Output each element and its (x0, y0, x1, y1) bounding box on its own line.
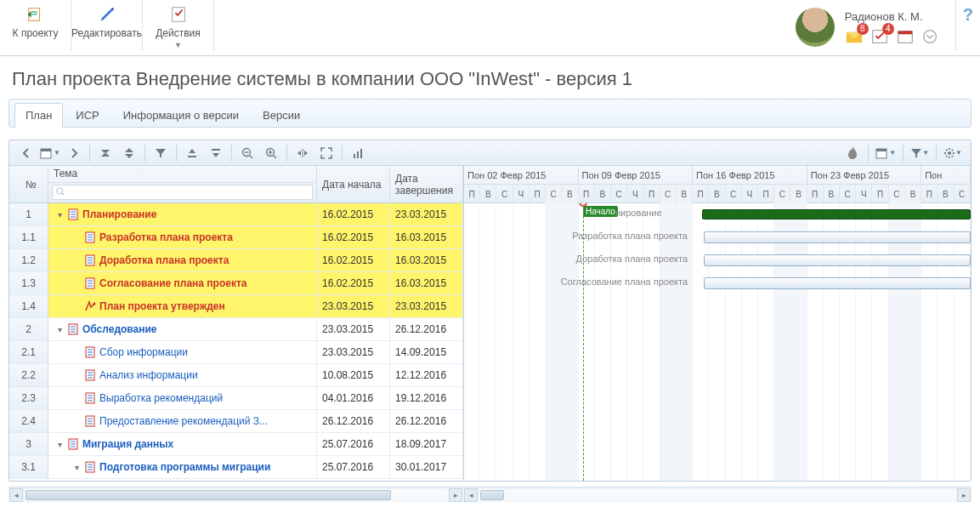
nav-fwd-icon[interactable] (64, 143, 84, 163)
table-row[interactable]: 3.1▾Подготовка программы миграции25.07.2… (9, 456, 463, 479)
col-end[interactable]: Дата завершения (390, 166, 463, 202)
help-button[interactable]: ? (955, 0, 980, 51)
tab-version-info[interactable]: Информация о версии (112, 103, 250, 128)
zoom-in-icon[interactable] (261, 143, 281, 163)
task-name[interactable]: Миграция данных (82, 438, 173, 450)
btn-actions[interactable]: Действия ▼ (143, 0, 214, 51)
svg-line-13 (250, 155, 253, 158)
chevron-down-circle-icon[interactable] (921, 28, 940, 45)
table-row[interactable]: 1.3Согласование плана проекта16.02.20151… (9, 272, 463, 295)
date-picker-icon[interactable]: ▼ (874, 143, 898, 163)
task-bar[interactable] (704, 254, 971, 266)
day-header: В (709, 185, 725, 203)
toggle-icon[interactable]: ▾ (55, 440, 64, 449)
table-row[interactable]: 2▾Обследование23.03.201526.12.2016 (9, 318, 463, 341)
task-name[interactable]: Предоставление рекомендаций З... (99, 415, 268, 427)
svg-rect-2 (31, 14, 37, 14)
day-header: С (546, 185, 562, 203)
gantt-row: Разработка плана проекта (464, 226, 971, 249)
task-name[interactable]: Обследование (82, 323, 157, 335)
search-input[interactable] (52, 185, 313, 200)
task-name[interactable]: План проекта утвержден (99, 300, 225, 312)
end-date: 16.03.2015 (390, 249, 463, 271)
table-row[interactable]: 1.4План проекта утвержден23.03.201523.03… (9, 295, 463, 318)
day-header: С (496, 185, 513, 203)
table-row[interactable]: 1.2Доработка плана проекта16.02.201516.0… (9, 249, 463, 272)
mail-icon[interactable]: 8 (845, 28, 864, 45)
table-row[interactable]: 2.4Предоставление рекомендаций З...26.12… (9, 410, 463, 433)
task-name[interactable]: Разработка плана проекта (99, 231, 233, 243)
task-name[interactable]: Выработка рекомендаций (99, 392, 223, 404)
toggle-icon[interactable]: ▾ (55, 325, 64, 334)
task-name[interactable]: Подготовка программы миграции (99, 461, 270, 473)
table-row[interactable]: 2.2Анализ информации10.08.201512.12.2016 (9, 364, 463, 387)
day-header: В (824, 185, 840, 203)
collapse-icon[interactable] (95, 143, 116, 163)
task-icon (84, 254, 96, 266)
task-icon (84, 277, 96, 289)
col-theme[interactable]: Тема (48, 166, 317, 202)
tab-versions[interactable]: Версии (252, 103, 311, 128)
expand-icon[interactable] (119, 143, 139, 163)
row-num: 1.2 (9, 249, 48, 271)
grid-h-scroll[interactable]: ◂ ▸ (8, 487, 463, 502)
svg-rect-21 (357, 151, 359, 158)
task-name[interactable]: Анализ информации (99, 369, 198, 381)
svg-line-16 (274, 155, 277, 158)
svg-rect-24 (876, 149, 887, 151)
day-header: П (758, 185, 774, 203)
btn-to-project[interactable]: К проекту (0, 0, 71, 51)
chart-h-scroll[interactable]: ◂ ▸ (463, 487, 972, 502)
task-icon (84, 392, 96, 404)
table-row[interactable]: 2.1Сбор информации23.03.201514.09.2015 (9, 341, 463, 364)
task-icon (84, 415, 96, 427)
task-name[interactable]: Согласование плана проекта (99, 277, 246, 289)
task-name[interactable]: Доработка плана проекта (99, 254, 229, 266)
avatar[interactable] (796, 8, 835, 47)
tab-isr[interactable]: ИСР (65, 103, 110, 128)
nav-back-icon[interactable] (16, 143, 37, 163)
svg-point-25 (948, 151, 951, 155)
fullscreen-icon[interactable] (316, 143, 337, 163)
table-row[interactable]: 1▾Планирование16.02.201523.03.2015 (9, 203, 463, 226)
tabs: План ИСР Информация о версии Версии (8, 99, 972, 128)
task-name[interactable]: Сбор информации (99, 346, 188, 358)
start-marker: Начало (583, 206, 618, 217)
move-down-icon[interactable] (206, 143, 226, 163)
ribbon: К проекту Редактировать Действия ▼ Радио… (0, 0, 980, 56)
svg-rect-22 (360, 149, 362, 158)
task-notif-icon[interactable]: 4 (870, 28, 889, 45)
task-icon (84, 346, 96, 358)
task-bar[interactable] (704, 231, 971, 243)
table-row[interactable]: 2.3Выработка рекомендаций04.01.201619.12… (9, 387, 463, 410)
table-row[interactable]: 3▾Миграция данных25.07.201618.09.2017 (9, 433, 463, 456)
gear-icon[interactable]: ▼ (942, 143, 964, 163)
task-name[interactable]: Планирование (82, 208, 156, 220)
summary-bar[interactable] (702, 209, 971, 219)
col-num[interactable]: № (9, 166, 48, 202)
zoom-out-icon[interactable] (237, 143, 258, 163)
end-date: 14.09.2015 (390, 341, 463, 363)
btn-edit[interactable]: Редактировать (71, 0, 143, 51)
gantt-row: Согласование плана проекта (464, 272, 971, 295)
filter-down-icon[interactable] (150, 143, 171, 163)
start-date: 16.02.2015 (317, 203, 390, 225)
fit-icon[interactable] (292, 143, 313, 163)
start-date: 16.02.2015 (317, 272, 390, 294)
col-start[interactable]: Дата начала (317, 166, 390, 202)
chart-icon[interactable] (348, 143, 368, 163)
end-date: 26.12.2016 (390, 410, 463, 432)
tab-plan[interactable]: План (14, 103, 63, 128)
flame-icon[interactable] (842, 143, 863, 163)
calendar-icon[interactable] (896, 28, 915, 45)
filter-icon[interactable]: ▼ (909, 143, 931, 163)
move-up-icon[interactable] (182, 143, 202, 163)
table-row[interactable]: 1.1Разработка плана проекта16.02.201516.… (9, 226, 463, 249)
day-header: С (840, 185, 856, 203)
svg-rect-9 (41, 149, 51, 151)
task-bar[interactable] (704, 277, 971, 289)
toggle-icon[interactable]: ▾ (55, 210, 64, 219)
toggle-icon[interactable]: ▾ (72, 463, 81, 472)
mail-badge: 8 (857, 23, 869, 35)
calendar-goto-icon[interactable]: ▼ (40, 143, 60, 163)
